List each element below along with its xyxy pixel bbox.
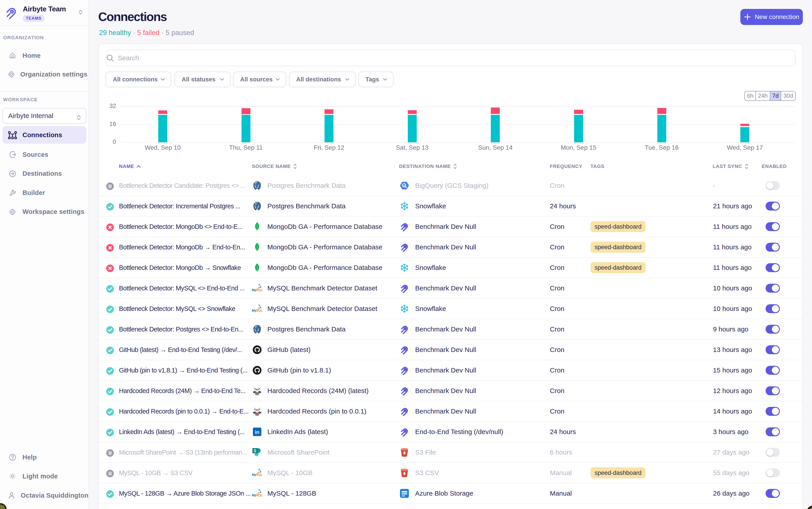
svg-text:SQL: SQL <box>256 308 263 312</box>
svg-text:SQL: SQL <box>256 473 263 476</box>
svg-text:in: in <box>255 429 259 435</box>
svg-text:SQL: SQL <box>256 493 263 497</box>
svg-text:SQL: SQL <box>256 288 263 292</box>
svg-text:S: S <box>254 448 256 453</box>
